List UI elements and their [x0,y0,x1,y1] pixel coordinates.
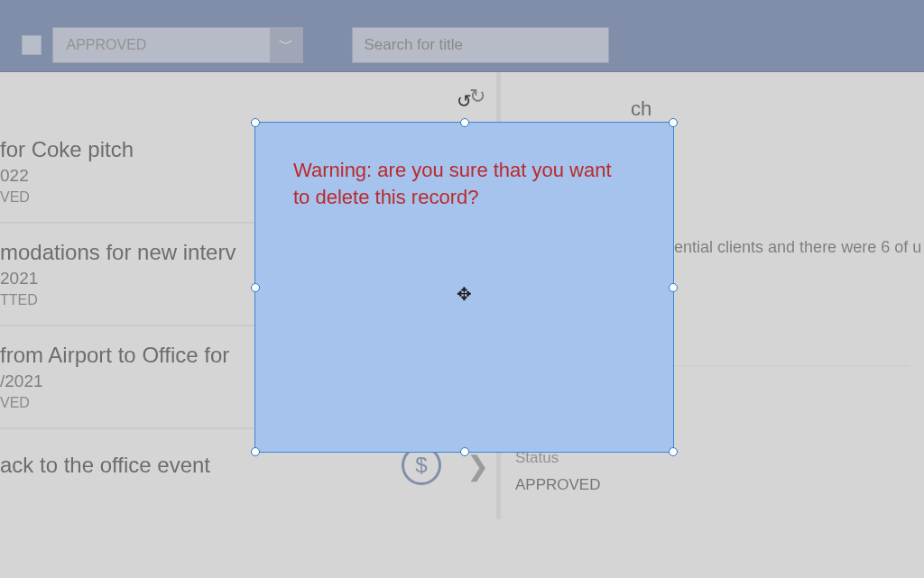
resize-handle-ml[interactable] [251,283,260,292]
list-item-title: ack to the office event [0,453,210,478]
chevron-right-icon[interactable]: ❯ [467,450,489,482]
resize-handle-tl[interactable] [251,118,260,127]
status-filter-value: APPROVED [53,37,270,53]
resize-handle-mr[interactable] [669,283,678,292]
warning-modal[interactable]: ↺ Warning: are you sure that you want to… [254,122,674,453]
detail-description: r potential clients and there were 6 of … [642,238,910,257]
list-item-title: from Airport to Office for [0,343,229,368]
search-placeholder: Search for title [364,36,463,54]
header-bar: e APPROVED ﹀ Search for title [0,0,924,72]
chevron-down-icon[interactable]: ﹀ [270,28,302,62]
status-filter-select[interactable]: APPROVED ﹀ [52,27,303,63]
list-item-status: VED [0,395,229,411]
resize-handle-tr[interactable] [669,118,678,127]
list-toolbar: ↻ [0,72,496,121]
resize-handle-bc[interactable] [460,447,469,456]
list-item-date: /2021 [0,372,229,391]
resize-handle-tc[interactable] [460,118,469,127]
move-cursor-icon: ✥ [457,283,472,305]
search-input[interactable]: Search for title [352,27,609,63]
resize-handle-bl[interactable] [251,447,260,456]
resize-handle-br[interactable] [669,447,678,456]
status-value: APPROVED [515,476,910,494]
filter-checkbox[interactable] [22,35,42,55]
warning-text: Warning: are you sure that you want to d… [255,123,673,210]
rotate-handle-icon[interactable]: ↺ [457,90,472,112]
